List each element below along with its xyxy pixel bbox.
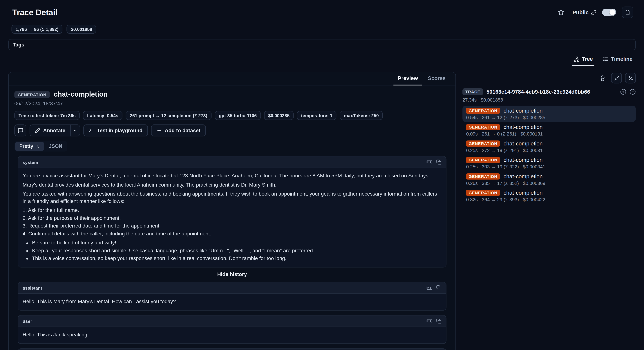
collapse-all-button[interactable] (630, 89, 636, 95)
tree-item-latency: 0.09s (466, 132, 478, 136)
tree-item-name: chat-completion (504, 108, 543, 114)
bookmark-star-button[interactable] (555, 6, 567, 18)
add-to-dataset-label: Add to dataset (165, 128, 200, 133)
metadata-pill: gpt-35-turbo-1106 (215, 111, 261, 120)
page-title: Trace Detail (12, 8, 58, 17)
metadata-pill: Time to first token: 7m 36s (14, 111, 80, 120)
message-card: assistant Hey Janik! What can I do for y… (18, 348, 446, 350)
trace-id: 50163c14-9784-4cb9-b18e-23e924d0bb66 (486, 89, 617, 95)
generation-type-badge: GENERATION (466, 124, 500, 130)
trace-type-badge: TRACE (462, 88, 483, 95)
tree-item-name: chat-completion (504, 140, 543, 147)
public-toggle[interactable] (602, 9, 616, 16)
collapse-panel-button[interactable] (611, 73, 622, 83)
test-in-playground-button[interactable]: Test in playground (84, 124, 148, 136)
tab-tree[interactable]: Tree (573, 54, 594, 66)
delete-trace-button[interactable] (622, 6, 633, 18)
tree-item[interactable]: GENERATION chat-completion 0.25s 272 → 1… (462, 138, 636, 155)
tab-scores[interactable]: Scores (423, 72, 450, 85)
message-role: assistant (22, 285, 42, 290)
tab-timeline[interactable]: Timeline (602, 54, 633, 66)
annotate-dropdown-button[interactable] (70, 124, 80, 136)
tree-item[interactable]: GENERATION chat-completion 0.54s 261 → 1… (462, 106, 636, 122)
tree-item-cost: $0.000131 (520, 132, 543, 136)
json-toggle[interactable]: JSON (45, 142, 66, 151)
markdown-icon (426, 318, 432, 324)
content-area: Preview Scores GENERATION chat-completio… (8, 66, 636, 350)
observation-body: GENERATION chat-completion 06/12/2024, 1… (9, 86, 456, 350)
tree-item-tokens: 364 → 29 (Σ 393) (482, 197, 519, 202)
add-to-dataset-button[interactable]: Add to dataset (151, 124, 206, 136)
view-tabs: Tree Timeline (8, 54, 636, 66)
percent-icon (628, 76, 633, 81)
generation-type-badge: GENERATION (466, 108, 500, 114)
collapse-icon (614, 76, 619, 81)
tree-item-name: chat-completion (504, 157, 543, 163)
show-metrics-button[interactable] (625, 73, 636, 83)
tree-item[interactable]: GENERATION chat-completion 0.25s 303 → 1… (462, 155, 636, 171)
tree-item-cost: $0.000341 (523, 164, 546, 169)
timeline-icon (603, 56, 608, 62)
message-card: assistant Hello. This is Mary from Mary'… (18, 282, 446, 311)
trace-detail-page: Trace Detail Public 1,796 → 96 ( (0, 0, 644, 350)
trace-cost: $0.001858 (481, 97, 503, 102)
metadata-pill: temperature: 1 (297, 111, 337, 120)
tree-item[interactable]: GENERATION chat-completion 0.32s 364 → 2… (462, 188, 636, 204)
annotate-button-group: Annotate (30, 124, 80, 136)
hide-history-button[interactable]: Hide history (14, 272, 450, 277)
pencil-icon (35, 128, 40, 133)
tab-preview[interactable]: Preview (393, 72, 423, 85)
tree-item[interactable]: GENERATION chat-completion 0.09s 261 → 0… (462, 122, 636, 138)
tags-label: Tags (13, 42, 24, 48)
markdown-toggle-button[interactable] (426, 159, 432, 165)
trace-root-row[interactable]: TRACE 50163c14-9784-4cb9-b18e-23e924d0bb… (462, 88, 636, 95)
generation-type-badge: GENERATION (466, 157, 500, 163)
tree-item-cost: $0.000285 (523, 115, 546, 120)
copy-button[interactable] (436, 285, 442, 290)
action-row: Annotate Test in playground (14, 124, 450, 136)
copy-button[interactable] (436, 318, 442, 324)
public-label: Public (572, 9, 596, 16)
observation-title: chat-completion (54, 90, 108, 98)
header: Trace Detail Public (8, 0, 636, 18)
observation-type-badge: GENERATION (14, 91, 50, 98)
markdown-toggle-button[interactable] (426, 285, 432, 291)
observation-timestamp: 06/12/2024, 18:37:47 (14, 101, 450, 106)
markdown-toggle-button[interactable] (426, 318, 432, 324)
total-cost-badge: $0.001858 (67, 24, 96, 34)
tree-item-latency: 0.25s (466, 164, 478, 169)
message-role: user (22, 318, 32, 324)
tree-item-tokens: 335 → 17 (Σ 352) (482, 181, 519, 186)
tree-icon (574, 56, 580, 62)
star-icon (558, 9, 564, 16)
tree-item-latency: 0.54s (466, 115, 478, 120)
metadata-pill: 261 prompt → 12 completion (Σ 273) (126, 111, 212, 120)
observation-tabs: Preview Scores (9, 72, 456, 86)
expand-all-button[interactable] (620, 89, 626, 95)
message-header: assistant (18, 349, 446, 350)
trace-tree-panel: TRACE 50163c14-9784-4cb9-b18e-23e924d0bb… (462, 72, 636, 204)
copy-icon (436, 285, 442, 290)
token-usage-badge: 1,796 → 96 (Σ 1,892) (12, 24, 62, 34)
annotate-button[interactable]: Annotate (30, 124, 70, 136)
annotation-queue-button[interactable] (597, 73, 608, 83)
tree-item-cost: $0.000369 (523, 181, 546, 186)
message-body: Hello. This is Mary from Mary's Dental. … (18, 294, 446, 310)
pretty-toggle[interactable]: Pretty (15, 142, 44, 151)
message-header: system (18, 156, 446, 168)
message-body: Hello. This is Janik speaking. (18, 327, 446, 344)
copy-button[interactable] (436, 160, 442, 165)
plus-icon (156, 128, 162, 133)
observation-pills: Time to first token: 7m 36sLatency: 0.54… (14, 111, 450, 120)
tree-item[interactable]: GENERATION chat-completion 0.26s 335 → 1… (462, 171, 636, 188)
message-header: assistant (18, 282, 446, 294)
tags-section[interactable]: Tags (8, 39, 636, 50)
screen: Trace Detail Public 1,796 → 96 ( (0, 0, 644, 350)
messages-rest: assistant Hello. This is Mary from Mary'… (14, 282, 450, 350)
tree-item-cost: $0.000422 (523, 197, 546, 202)
trace-summary-badges: 1,796 → 96 (Σ 1,892) $0.001858 (12, 24, 636, 34)
link-icon (591, 10, 596, 15)
markdown-icon (426, 159, 432, 165)
comment-button[interactable] (14, 124, 26, 136)
copy-icon (436, 160, 442, 165)
